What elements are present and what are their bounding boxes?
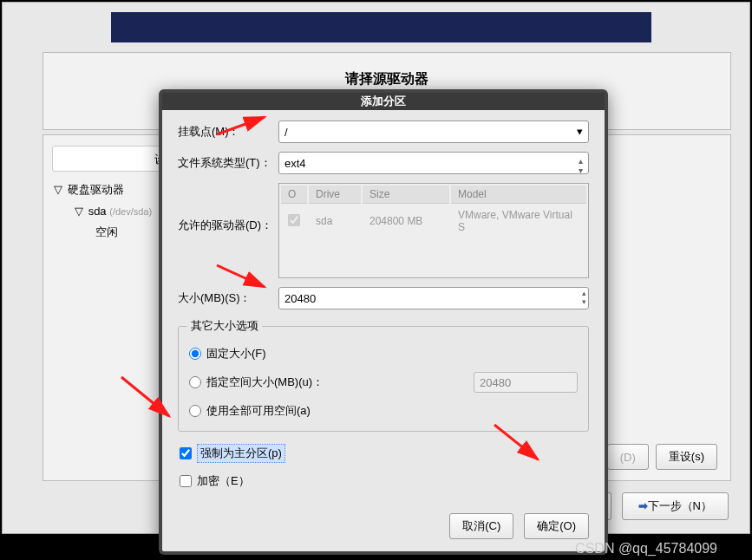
fill-to-value: 20480 xyxy=(474,372,578,393)
tree-drive-path: (/dev/sda) xyxy=(109,206,152,217)
col-check: O xyxy=(281,186,307,204)
col-size: Size xyxy=(363,186,449,204)
mount-point-value: / xyxy=(284,126,288,139)
panel-buttons: (D) 重设(s) xyxy=(607,444,717,470)
fill-all-radio[interactable] xyxy=(189,405,201,417)
drive-row[interactable]: sda 204800 MB VMware, VMware Virtual S xyxy=(281,205,586,237)
tree-label: 硬盘驱动器 xyxy=(68,183,124,196)
size-label: 大小(MB)(S)： xyxy=(178,290,278,306)
size-input[interactable]: 20480 ▴▾ xyxy=(278,287,589,309)
chevron-down-icon: ▾ xyxy=(577,125,583,138)
spinner-buttons[interactable]: ▴▾ xyxy=(582,289,586,306)
disclosure-triangle-icon[interactable]: ▽ xyxy=(75,205,85,218)
force-primary-checkbox[interactable] xyxy=(180,447,192,459)
tree-root[interactable]: ▽ 硬盘驱动器 xyxy=(52,179,154,201)
d-button[interactable]: (D) xyxy=(607,444,649,470)
device-tree: ▽ 硬盘驱动器 ▽ sda (/dev/sda) 空闲 xyxy=(52,179,154,244)
arrow-right-icon: ➡ xyxy=(638,499,648,512)
dialog-buttons: 取消(C) 确定(O) xyxy=(162,505,605,551)
fstype-value: ext4 xyxy=(284,157,306,170)
next-button[interactable]: ➡下一步（N） xyxy=(622,492,729,520)
fixed-size-radio[interactable] xyxy=(189,348,201,360)
updown-icon: ▴▾ xyxy=(579,156,583,175)
fstype-label: 文件系统类型(T)： xyxy=(178,155,278,171)
dialog-body: 挂载点(M)： / ▾ 文件系统类型(T)： ext4 ▴▾ 允许的驱动器(D)… xyxy=(162,110,605,505)
watermark: CSDN @qq_45784099 xyxy=(575,541,717,557)
tree-free[interactable]: 空闲 xyxy=(94,221,154,244)
drive-size-cell: 204800 MB xyxy=(363,205,449,237)
encrypt-label: 加密（E） xyxy=(197,473,250,489)
disclosure-triangle-icon[interactable]: ▽ xyxy=(54,183,64,196)
drive-name-cell: sda xyxy=(309,205,361,237)
fstype-combo[interactable]: ext4 ▴▾ xyxy=(278,152,589,174)
reset-button[interactable]: 重设(s) xyxy=(656,444,717,470)
ok-button[interactable]: 确定(O) xyxy=(524,513,589,539)
fill-to-radio[interactable] xyxy=(189,376,201,388)
header-bar xyxy=(111,12,651,42)
drive-model-cell: VMware, VMware Virtual S xyxy=(451,205,586,237)
force-primary-label: 强制为主分区(p) xyxy=(197,444,285,463)
size-value: 20480 xyxy=(284,292,316,305)
tree-free-label: 空闲 xyxy=(95,225,118,238)
tree-drive-name: sda xyxy=(88,205,107,218)
allowed-drives-list[interactable]: O Drive Size Model sda 204800 MB VMware,… xyxy=(278,183,589,278)
fill-to-label: 指定空间大小(MB)(u)： xyxy=(206,374,324,390)
drive-checkbox[interactable] xyxy=(288,214,300,226)
fieldset-legend: 其它大小选项 xyxy=(187,318,262,334)
col-drive: Drive xyxy=(309,186,361,204)
col-model: Model xyxy=(451,186,586,204)
mount-point-label: 挂载点(M)： xyxy=(178,124,278,140)
additional-size-options: 其它大小选项 固定大小(F) 指定空间大小(MB)(u)： 20480 使用全部… xyxy=(178,318,589,432)
cancel-button[interactable]: 取消(C) xyxy=(449,513,513,539)
encrypt-checkbox[interactable] xyxy=(180,475,192,487)
dialog-title: 添加分区 xyxy=(162,93,605,110)
add-partition-dialog: 添加分区 挂载点(M)： / ▾ 文件系统类型(T)： ext4 ▴▾ 允许的驱… xyxy=(159,89,608,555)
fixed-size-label: 固定大小(F) xyxy=(206,346,266,361)
tree-drive[interactable]: ▽ sda (/dev/sda) xyxy=(73,201,154,221)
mount-point-combo[interactable]: / ▾ xyxy=(278,120,589,143)
next-label: 下一步（N） xyxy=(648,499,712,512)
fill-all-label: 使用全部可用空间(a) xyxy=(206,403,311,419)
drives-label: 允许的驱动器(D)： xyxy=(178,183,278,233)
